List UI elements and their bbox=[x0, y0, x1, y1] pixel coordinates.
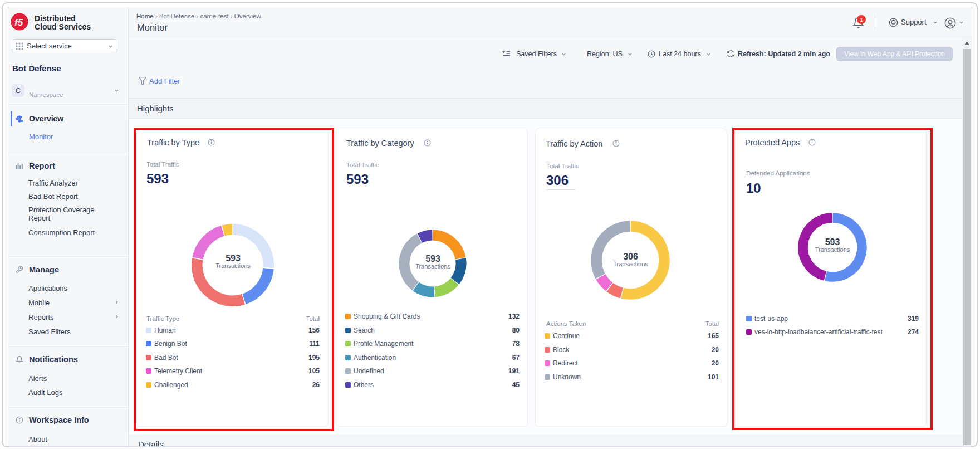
svg-text:f5: f5 bbox=[14, 17, 23, 28]
